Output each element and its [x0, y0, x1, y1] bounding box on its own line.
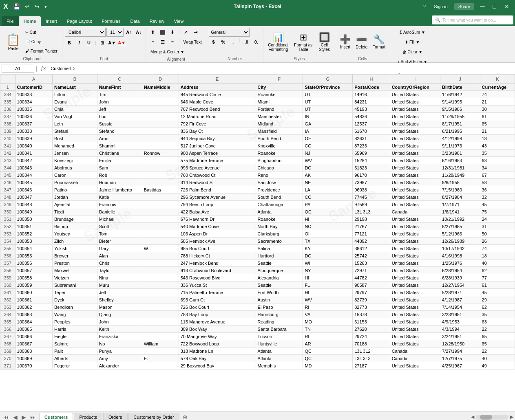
cell-r356-c6[interactable]: DC [303, 252, 353, 259]
cell-r343-c2[interactable]: Emilia [97, 157, 142, 164]
cell-r344-c1[interactable]: Abolrous [52, 164, 97, 172]
fill-button[interactable]: ⬇ Fill ▼ [403, 37, 422, 46]
cell-r371-c5[interactable]: Memphis [256, 362, 303, 369]
tab-insert[interactable]: Insert [41, 16, 62, 26]
cell-r352-c10[interactable]: 31 [480, 223, 515, 230]
cell-r351-c3[interactable] [142, 215, 179, 223]
cell-r336-c10[interactable]: 30 [480, 106, 515, 113]
cell-r342-c7[interactable]: 65969 [353, 150, 390, 157]
row-header-342[interactable]: 342 [0, 150, 15, 157]
cell-r370-c9[interactable]: 12/7/1975 [440, 355, 480, 362]
search-bar[interactable]: 🔍 Tell me what you want to do... [432, 15, 513, 24]
tab-formulas[interactable]: Formulas [97, 16, 126, 26]
cell-r367-c9[interactable]: 3/24/1951 [440, 333, 480, 340]
cell-r370-c10[interactable]: 40 [480, 355, 515, 362]
cell-r366-c8[interactable]: United States [390, 325, 440, 333]
cell-r354-c6[interactable]: TX [303, 237, 353, 245]
cell-r364-c10[interactable]: 35 [480, 311, 515, 318]
cell-r338-c0[interactable]: 100337 [15, 120, 52, 128]
cell-r371-c4[interactable]: 29 Boxwood Bay [179, 362, 256, 369]
cell-r366-c6[interactable]: TN [303, 325, 353, 333]
cell-r339-c2[interactable]: Stefano [97, 128, 142, 135]
cell-r352-c4[interactable]: 540 Madrone Cove [179, 223, 256, 230]
cell-r361-c3[interactable] [142, 289, 179, 296]
cell-r360-c6[interactable]: FL [303, 281, 353, 289]
cell-r367-c5[interactable]: Tucson [256, 333, 303, 340]
cell-r362-c1[interactable]: Dyck [52, 296, 97, 303]
cell-r351-c8[interactable]: United States [390, 215, 440, 223]
share-button[interactable]: Share [454, 3, 474, 10]
cell-r339-c7[interactable]: 61670 [353, 128, 390, 135]
cell-r352-c6[interactable]: NC [303, 223, 353, 230]
cell-r359-c4[interactable]: 543 Rosewood Blvd [179, 274, 256, 281]
cell-r368-c7[interactable]: 70188 [353, 340, 390, 347]
cell-r356-c10[interactable]: 18 [480, 252, 515, 259]
cell-r358-c9[interactable]: 6/28/1954 [440, 267, 480, 274]
increase-font-size-button[interactable]: A↑ [124, 28, 133, 37]
cell-r346-c10[interactable]: 58 [480, 179, 515, 186]
cell-r365-c7[interactable]: 61153 [353, 318, 390, 325]
minimize-icon[interactable]: ─ [477, 3, 487, 10]
cell-r357-c8[interactable]: United States [390, 259, 440, 267]
cell-r360-c9[interactable]: 12/27/1954 [440, 281, 480, 289]
row-header-336[interactable]: 336 [0, 106, 15, 113]
cell-r368-c4[interactable]: 722 Boxwood Loop [179, 340, 256, 347]
cell-r344-c6[interactable]: DC [303, 164, 353, 172]
cell-r336-c7[interactable]: 45193 [353, 106, 390, 113]
save-icon[interactable]: 💾 [11, 3, 22, 10]
cell-r361-c4[interactable]: 715 Palmetto Terrace [179, 289, 256, 296]
cell-reference-box[interactable] [2, 64, 34, 73]
cell-r359-c2[interactable]: Nina [97, 274, 142, 281]
tab-page-layout[interactable]: Page Layout [62, 16, 97, 26]
cell-r363-c1[interactable]: Bendixen [52, 303, 97, 311]
cell-r354-c8[interactable]: United States [390, 237, 440, 245]
cell-r335-c9[interactable]: 9/14/1995 [440, 98, 480, 106]
cell-r355-c6[interactable]: KY [303, 245, 353, 252]
cell-r363-c5[interactable]: El Paso [256, 303, 303, 311]
cell-r342-c10[interactable]: 35 [480, 150, 515, 157]
header-cell-10[interactable]: CurrentAge [480, 84, 515, 91]
cell-r369-c7[interactable]: L3L 3L2 [353, 347, 390, 355]
row-header-334[interactable]: 334 [0, 91, 15, 98]
cell-r344-c0[interactable]: 100343 [15, 164, 52, 172]
cell-r365-c0[interactable]: 100364 [15, 318, 52, 325]
cell-r365-c4[interactable]: 115 Mangrove Avenue [179, 318, 256, 325]
cell-r349-c7[interactable]: 97569 [353, 201, 390, 208]
cell-r335-c0[interactable]: 100334 [15, 98, 52, 106]
row-header-337[interactable]: 337 [0, 113, 15, 120]
cell-r339-c5[interactable]: Mansfield [256, 128, 303, 135]
tab-home[interactable]: Home [19, 16, 41, 26]
row-header-335[interactable]: 335 [0, 98, 15, 106]
cell-r349-c9[interactable]: 1/7/1971 [440, 201, 480, 208]
cell-r367-c6[interactable]: RI [303, 333, 353, 340]
cell-r346-c7[interactable]: 73987 [353, 179, 390, 186]
align-middle-button[interactable]: ⬛ [158, 28, 167, 37]
cell-r366-c5[interactable]: Santa Barbara [256, 325, 303, 333]
clear-button[interactable]: 🗑 Clear ▼ [400, 47, 424, 56]
cell-r355-c3[interactable]: W. [142, 245, 179, 252]
cell-r347-c0[interactable]: 100346 [15, 186, 52, 194]
cell-r341-c5[interactable]: Knoxville [256, 142, 303, 150]
cell-r358-c4[interactable]: 913 Crabwood Boulevard [179, 267, 256, 274]
cell-r347-c7[interactable]: 96038 [353, 186, 390, 194]
cell-r370-c2[interactable]: Amy [97, 355, 142, 362]
cell-r371-c8[interactable]: United States [390, 362, 440, 369]
cell-r355-c7[interactable]: 38612 [353, 245, 390, 252]
cell-r367-c3[interactable] [142, 333, 179, 340]
cell-r369-c9[interactable]: 7/27/1994 [440, 347, 480, 355]
cell-r359-c10[interactable]: 77 [480, 274, 515, 281]
cell-r369-c8[interactable]: Canada [390, 347, 440, 355]
cell-r356-c3[interactable] [142, 252, 179, 259]
cell-r364-c5[interactable]: Harrisburg [256, 311, 303, 318]
cell-r361-c8[interactable]: United States [390, 289, 440, 296]
cell-r353-c5[interactable]: Clarksburg [256, 230, 303, 237]
sheet-tab-products[interactable]: Products [74, 413, 102, 420]
tab-review[interactable]: Review [145, 16, 169, 26]
cell-r334-c3[interactable] [142, 91, 179, 98]
cell-r347-c8[interactable]: United States [390, 186, 440, 194]
cell-r346-c4[interactable]: 314 Redwood St [179, 179, 256, 186]
cell-r358-c2[interactable]: Taylor [97, 267, 142, 274]
cell-r350-c9[interactable]: 1/6/1941 [440, 208, 480, 215]
cell-r367-c7[interactable]: 29724 [353, 333, 390, 340]
fill-color-button[interactable]: A▼ [108, 38, 117, 47]
